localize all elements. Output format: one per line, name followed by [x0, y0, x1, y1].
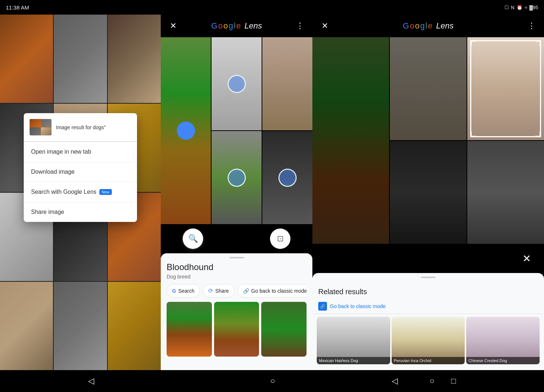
context-menu-thumbnail [30, 119, 52, 135]
related-image-3[interactable]: Chinese Crested Dog [466, 317, 540, 364]
middle-close-button[interactable]: ✕ [167, 19, 180, 32]
selection-box [470, 40, 541, 137]
related-images-row: Mexican Hairless Dog Peruvian Inca Orchi… [312, 314, 544, 367]
result-image-1[interactable] [167, 302, 212, 357]
lens-circle-2 [228, 75, 246, 93]
right-handle-bar [421, 277, 435, 278]
middle-bottom-controls: 🔍 ⊡ [161, 224, 312, 253]
dog-tile-11 [54, 282, 107, 370]
right-close-button[interactable]: ✕ [318, 19, 331, 32]
dark-overlay-3 [390, 141, 467, 244]
dark-overlay-main [312, 37, 389, 244]
result-images [167, 302, 307, 357]
result-image-2[interactable] [214, 302, 259, 357]
nfc-icon: N [511, 5, 514, 10]
right-dog-grid [312, 37, 544, 244]
result-subtitle: Dog breed [167, 274, 307, 280]
lens-bot-right-cell [262, 131, 312, 224]
search-icon: 🔍 [188, 234, 198, 243]
wifi-icon: ≈ [525, 5, 527, 10]
right-top-right-cell [467, 37, 544, 140]
related-image-2[interactable]: Peruvian Inca Orchid [392, 317, 465, 364]
google-text: G [211, 21, 217, 31]
corner-tl [470, 40, 476, 46]
back-button-right[interactable]: ◁ [392, 376, 398, 386]
thumb-cell-4 [41, 127, 52, 135]
middle-lens-title: Google Lens [211, 21, 262, 31]
related-label-1: Mexican Hairless Dog [317, 357, 390, 364]
right-results-handle[interactable] [312, 273, 544, 282]
related-label-2: Peruvian Inca Orchid [392, 357, 465, 364]
battery-icon: ▓95 [529, 5, 538, 10]
right-menu-button[interactable]: ⋮ [525, 19, 538, 32]
right-bottom-controls: ✕ [312, 244, 544, 273]
corner-bl [470, 131, 476, 137]
middle-lens-panel: ✕ Google Lens ⋮ [161, 15, 312, 370]
right-lens-image[interactable] [312, 37, 544, 244]
home-button-right[interactable]: ○ [430, 376, 434, 386]
classic-mode-button[interactable]: 🔗 Go back to classic mode [237, 284, 307, 297]
right-top-mid-cell [390, 37, 467, 140]
related-image-1[interactable]: Mexican Hairless Dog [317, 317, 390, 364]
right-lens-panel: ✕ Google Lens ⋮ [312, 15, 544, 370]
open-image-new-tab-item[interactable]: Open image in new tab [24, 142, 137, 162]
dark-overlay-4 [467, 141, 544, 244]
back-button[interactable]: ◁ [88, 376, 94, 386]
search-label: Search [178, 288, 194, 294]
alarm-icon: ⏰ [517, 5, 522, 10]
recent-button[interactable]: □ [451, 376, 456, 386]
lens-top-right-cell [262, 37, 312, 130]
new-badge: New [99, 189, 112, 195]
device-icon: ☐ [505, 5, 509, 10]
right-google-g: G [403, 21, 409, 31]
middle-lens-image[interactable] [161, 37, 312, 224]
share-image-item[interactable]: Share image [24, 202, 137, 222]
lens-circle-4 [278, 169, 297, 187]
lens-search-button[interactable]: 🔍 [183, 228, 203, 249]
home-button[interactable]: ○ [270, 376, 275, 386]
corner-tr [535, 40, 541, 46]
search-action-button[interactable]: G Search [167, 284, 200, 297]
classic-mode-icon: 🔗 [318, 302, 327, 311]
crop-icon: ⊡ [277, 234, 284, 243]
right-bot-right-cell [467, 141, 544, 244]
middle-results-panel: Bloodhound Dog breed G Search ⟳ Share 🔗 … [161, 253, 312, 370]
result-title: Bloodhound [167, 262, 307, 272]
related-label-3: Chinese Crested Dog [466, 357, 540, 364]
context-menu: Image result for dogs" Open image in new… [24, 113, 137, 222]
lens-selection-circle [177, 122, 195, 140]
right-results-panel: Related results 🔗 Go back to classic mod… [312, 273, 544, 370]
right-bot-mid-cell [390, 141, 467, 244]
dog-tile-12 [108, 282, 161, 370]
right-close-round[interactable]: ✕ [518, 250, 535, 267]
middle-menu-button[interactable]: ⋮ [293, 19, 307, 32]
dog-tile-10 [0, 282, 53, 370]
nav-bar: ◁ ○ □ ◁ ○ [0, 370, 544, 392]
classic-mode-text: Go back to classic mode [330, 303, 386, 309]
result-image-3[interactable] [261, 302, 307, 357]
thumb-cell-3 [30, 127, 41, 135]
search-google-lens-item[interactable]: Search with Google Lens New [24, 182, 137, 202]
results-content: Bloodhound Dog breed G Search ⟳ Share 🔗 … [161, 262, 312, 362]
right-lens-title: Google Lens [403, 21, 454, 31]
middle-lens-header: ✕ Google Lens ⋮ [161, 15, 312, 37]
classic-mode-row[interactable]: 🔗 Go back to classic mode [312, 299, 544, 314]
context-menu-title: Image result for dogs" [56, 124, 106, 130]
action-row: G Search ⟳ Share 🔗 Go back to classic mo… [167, 284, 307, 297]
context-menu-header: Image result for dogs" [24, 113, 137, 142]
thumb-cell-1 [30, 119, 41, 127]
download-image-item[interactable]: Download image [24, 162, 137, 182]
lens-crop-button[interactable]: ⊡ [270, 228, 290, 249]
lens-bot-mid-cell [212, 131, 262, 224]
status-bar: 11:38 AM ☐ N ⏰ ≈ ▓95 [0, 0, 544, 15]
lens-circle-3 [228, 169, 246, 187]
handle-bar [229, 257, 244, 258]
dog-tile-2 [54, 15, 107, 103]
share-action-button[interactable]: ⟳ Share [203, 284, 234, 297]
lens-main-dog-cell [161, 37, 211, 224]
classic-icon: 🔗 [243, 288, 249, 294]
search-google-lens-label: Search with Google Lens [31, 189, 96, 195]
dark-overlay-2 [390, 37, 467, 140]
results-handle[interactable] [161, 253, 312, 262]
status-time: 11:38 AM [6, 4, 29, 11]
